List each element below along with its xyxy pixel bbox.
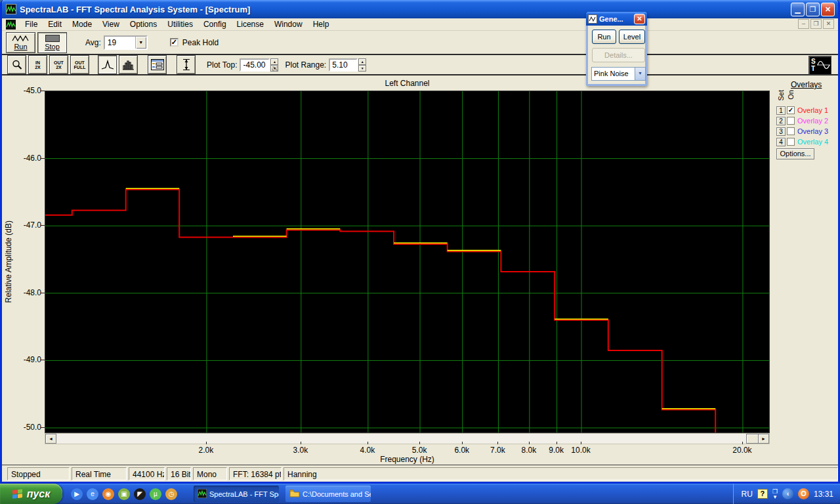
- spinner-down-icon[interactable]: ▼: [358, 65, 366, 72]
- overlays-on-label: On: [787, 90, 795, 101]
- task-button-2[interactable]: C:\Documents and Se...: [285, 486, 371, 502]
- run-button[interactable]: Run: [6, 32, 35, 53]
- plot-range-spinner[interactable]: ▲▼: [358, 58, 366, 72]
- minimize-button[interactable]: ▁: [791, 3, 805, 16]
- plot-canvas[interactable]: [45, 91, 770, 433]
- overlays-options-button[interactable]: Options...: [776, 148, 814, 159]
- menu-items: FileEditModeViewOptionsUtilitiesConfigLi…: [20, 20, 334, 29]
- chevron-down-icon[interactable]: ▼: [635, 68, 645, 80]
- scroll-right-arrow-icon[interactable]: ►: [758, 434, 769, 444]
- signal-generator-button[interactable]: ST: [808, 56, 831, 75]
- menu-window[interactable]: Window: [269, 19, 308, 30]
- utorrent-icon[interactable]: µ: [150, 488, 161, 500]
- menu-license[interactable]: License: [232, 19, 269, 30]
- menu-edit[interactable]: Edit: [43, 19, 67, 30]
- zoom-out-full-button[interactable]: OUT FULL: [70, 55, 89, 74]
- spectrum-window-icon[interactable]: [6, 20, 16, 30]
- menu-file[interactable]: File: [20, 19, 43, 30]
- overlay-2-on-checkbox[interactable]: [787, 117, 795, 125]
- zoom-in-2x-button[interactable]: IN 2X: [28, 55, 47, 74]
- bat-icon[interactable]: ◤: [134, 488, 146, 500]
- generator-run-button[interactable]: Run: [592, 30, 616, 44]
- plot-top-field[interactable]: [240, 58, 270, 72]
- x-tick-4.0k: 4.0k: [349, 446, 386, 455]
- generator-close-icon[interactable]: ✕: [634, 14, 645, 24]
- x-tick-2.0k: 2.0k: [188, 446, 224, 455]
- internet-explorer-icon[interactable]: e: [87, 488, 98, 500]
- generator-title: Gene...: [599, 15, 634, 23]
- x-tick-6.0k: 6.0k: [444, 446, 480, 455]
- child-restore-button[interactable]: ❐: [810, 19, 822, 29]
- zoom-out-2x-button[interactable]: OUT 2X: [49, 55, 68, 74]
- menu-utilities[interactable]: Utilities: [162, 19, 198, 30]
- x-tick-mark: [462, 442, 463, 444]
- overlay-3-on-checkbox[interactable]: [787, 127, 795, 135]
- keyboard-helper-icon[interactable]: ?: [757, 489, 768, 499]
- x-axis-title: Frequency (Hz): [45, 455, 770, 464]
- x-tick-20.0k: 20.0k: [724, 446, 761, 455]
- peak-curve-icon: [101, 60, 114, 70]
- peak-hold-checkbox[interactable]: ✓: [170, 38, 178, 47]
- overlay-1-set-button[interactable]: 1: [776, 106, 786, 115]
- generator-level-button[interactable]: Level: [619, 30, 645, 44]
- image-viewer-icon[interactable]: ▣: [118, 488, 130, 500]
- stop-icon: [45, 35, 60, 42]
- generator-titlebar[interactable]: Gene... ✕: [586, 12, 647, 26]
- frequency-scrollbar[interactable]: ◄ ►: [45, 433, 770, 444]
- menu-options[interactable]: Options: [125, 19, 162, 30]
- child-close-button[interactable]: ✕: [823, 19, 834, 29]
- start-button[interactable]: пуск: [0, 484, 62, 504]
- folder-icon: [289, 489, 300, 499]
- zoom-out-full-label-bottom: FULL: [74, 65, 86, 70]
- stop-button[interactable]: Stop: [37, 32, 67, 53]
- overlay-4-on-checkbox[interactable]: [787, 138, 795, 146]
- task-button-1[interactable]: SpectraLAB - FFT Spe...: [194, 486, 279, 502]
- display-options-button[interactable]: [148, 55, 167, 74]
- plot-range-field[interactable]: [329, 58, 358, 72]
- clock[interactable]: 13:31: [814, 490, 833, 499]
- zoom-button[interactable]: [7, 55, 26, 74]
- signal-type-combobox[interactable]: Pink Noise ▼: [591, 67, 646, 81]
- chrome-icon[interactable]: ◉: [102, 488, 114, 500]
- status-bar: StoppedReal Time44100 Hz16 BitMonoFFT: 1…: [2, 465, 838, 482]
- collapse-tray-icon[interactable]: ‹: [782, 488, 793, 499]
- overlay-4-set-button[interactable]: 4: [776, 138, 786, 146]
- overlay-1-label: Overlay 1: [797, 106, 828, 114]
- overlay-row-1: 1✓Overlay 1: [776, 105, 828, 116]
- menu-config[interactable]: Config: [198, 19, 232, 30]
- language-indicator[interactable]: RU: [742, 490, 753, 499]
- plot-top-spinner[interactable]: ▲▼: [270, 58, 278, 72]
- spinner-down-icon[interactable]: ▼: [270, 65, 278, 72]
- menu-mode[interactable]: Mode: [67, 19, 97, 30]
- media-player-icon[interactable]: ▶: [71, 488, 83, 500]
- zoom-in-2x-label-top: IN: [35, 60, 40, 65]
- overlay-2-set-button[interactable]: 2: [776, 117, 786, 125]
- menu-view[interactable]: View: [97, 19, 125, 30]
- bar-view-button[interactable]: [119, 55, 138, 74]
- hidden-icons-toggle[interactable]: ❐▾: [772, 489, 778, 499]
- child-minimize-button[interactable]: –: [798, 19, 809, 29]
- avg-combobox[interactable]: 19 ▼: [104, 35, 148, 50]
- overlay-1-on-checkbox[interactable]: ✓: [787, 106, 795, 114]
- overlay-row-2: 2Overlay 2: [776, 116, 828, 126]
- x-tick-mark: [556, 442, 557, 444]
- status-stopped: Stopped: [7, 467, 70, 480]
- spinner-up-icon[interactable]: ▲: [270, 58, 278, 65]
- close-button[interactable]: ✕: [821, 3, 835, 16]
- y-tick--46.0: -46.0: [12, 154, 41, 163]
- window-title: SpectraLAB - FFT Spectral Analysis Syste…: [20, 5, 250, 14]
- clock-icon[interactable]: ◷: [165, 488, 177, 500]
- spinner-up-icon[interactable]: ▲: [358, 58, 366, 65]
- scrollbar-thumb[interactable]: [746, 434, 759, 444]
- scroll-left-arrow-icon[interactable]: ◄: [45, 434, 56, 444]
- signal-type-value: Pink Noise: [592, 68, 635, 80]
- maximize-button[interactable]: ❐: [806, 3, 820, 16]
- spectrum-view-button[interactable]: [98, 55, 117, 74]
- menu-help[interactable]: Help: [308, 19, 335, 30]
- titlebar[interactable]: SpectraLAB - FFT Spectral Analysis Syste…: [2, 0, 838, 18]
- amplitude-scale-button[interactable]: [177, 55, 196, 74]
- opera-tray-icon[interactable]: O: [798, 488, 809, 499]
- chevron-down-icon[interactable]: ▼: [135, 37, 146, 49]
- overlay-3-set-button[interactable]: 3: [776, 127, 786, 136]
- avg-label: Avg:: [85, 38, 101, 47]
